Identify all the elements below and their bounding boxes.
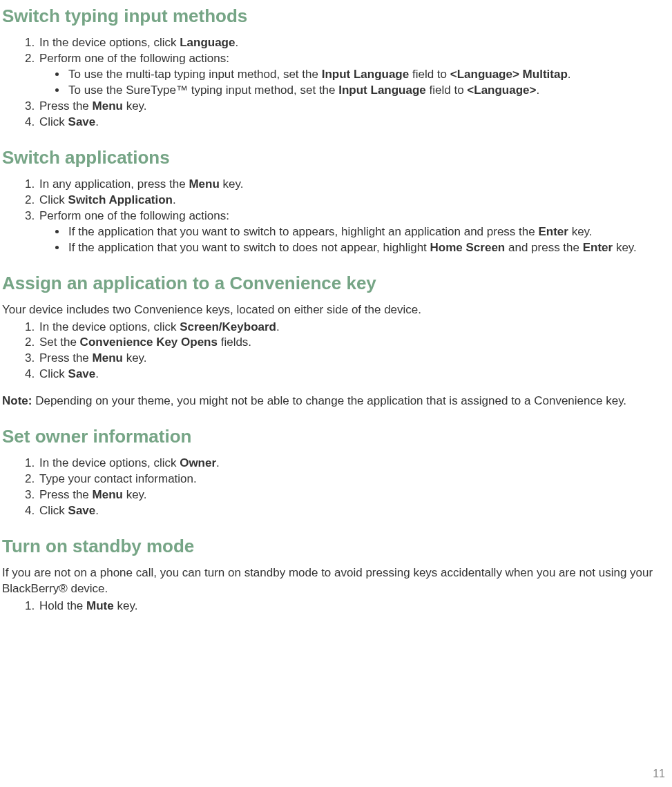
text: key. — [568, 225, 593, 238]
bold-text: Convenience Key Opens — [80, 336, 218, 349]
bold-text: Save — [68, 504, 96, 517]
bold-text: Save — [68, 367, 96, 380]
list-item: Press the Menu key. — [38, 351, 670, 367]
text: key. — [613, 241, 637, 254]
list-set-owner-information: In the device options, click Owner. Type… — [2, 456, 670, 519]
text: . — [95, 367, 99, 380]
bold-text: Switch Application — [68, 193, 173, 206]
note-text: Note: Depending on your theme, you might… — [2, 394, 670, 409]
text: In the device options, click — [39, 320, 180, 333]
text: Click — [39, 367, 68, 380]
list-switch-typing: In the device options, click Language. P… — [2, 35, 670, 130]
text: . — [235, 36, 238, 49]
bold-text: Menu — [93, 99, 123, 113]
text: key. — [123, 99, 147, 113]
text: Perform one of the following actions: — [39, 209, 229, 222]
bold-text: Enter — [538, 225, 568, 238]
text: Set the — [39, 336, 80, 349]
bold-text: Home Screen — [430, 241, 506, 254]
list-item: Hold the Mute key. — [38, 599, 670, 614]
text: If the application that you want to swit… — [68, 241, 430, 254]
bold-text: Screen/Keyboard — [180, 320, 276, 333]
text: key. — [123, 351, 147, 365]
text: Type your contact information. — [39, 472, 197, 485]
bold-text: Mute — [86, 599, 114, 612]
list-item: Perform one of the following actions: To… — [38, 51, 670, 99]
text: Perform one of the following actions: — [39, 52, 229, 65]
text: . — [276, 320, 280, 333]
bold-text: Enter — [583, 241, 613, 254]
text: . — [536, 84, 539, 97]
bold-text: Language — [180, 36, 235, 49]
text: Click — [39, 115, 68, 128]
bold-text: Owner — [180, 456, 216, 469]
text: Click — [39, 193, 68, 206]
list-assign-convenience-key: In the device options, click Screen/Keyb… — [2, 320, 670, 383]
text: Click — [39, 504, 68, 517]
list-item: Press the Menu key. — [38, 99, 670, 115]
text: field to — [409, 68, 450, 81]
text: In the device options, click — [39, 456, 180, 469]
list-item: Click Save. — [38, 115, 670, 130]
heading-switch-applications: Switch applications — [2, 146, 670, 170]
list-item: Click Save. — [38, 367, 670, 382]
text: If the application that you want to swit… — [68, 225, 538, 238]
list-switch-applications: In any application, press the Menu key. … — [2, 177, 670, 256]
text: . — [95, 504, 99, 517]
note-label: Note: — [2, 394, 32, 407]
text: fields. — [218, 336, 251, 349]
list-item: In any application, press the Menu key. — [38, 177, 670, 193]
list-item: Perform one of the following actions: If… — [38, 208, 670, 256]
list-item: Click Switch Application. — [38, 193, 670, 208]
list-item: If the application that you want to swit… — [67, 224, 670, 240]
bold-text: Input Language — [322, 68, 410, 81]
text: To use the SureType™ typing input method… — [68, 84, 338, 97]
list-item: In the device options, click Owner. — [38, 456, 670, 472]
bold-text: Menu — [189, 177, 219, 191]
heading-assign-convenience-key: Assign an application to a Convenience k… — [2, 271, 670, 295]
list-item: Set the Convenience Key Opens fields. — [38, 335, 670, 351]
list-item: To use the SureType™ typing input method… — [67, 83, 670, 99]
intro-text: If you are not on a phone call, you can … — [2, 565, 670, 597]
text: key. — [220, 177, 244, 191]
text: key. — [123, 488, 147, 501]
list-item: In the device options, click Language. — [38, 35, 670, 51]
list-item: Press the Menu key. — [38, 487, 670, 503]
list-item: Type your contact information. — [38, 472, 670, 487]
list-item: Click Save. — [38, 503, 670, 519]
text: Hold the — [39, 599, 86, 612]
heading-turn-on-standby: Turn on standby mode — [2, 534, 670, 558]
list-turn-on-standby: Hold the Mute key. — [2, 599, 670, 614]
bold-text: <Language> Multitap — [450, 68, 568, 81]
text: key. — [114, 599, 138, 612]
text: . — [173, 193, 176, 206]
text: Depending on your theme, you might not b… — [32, 394, 626, 407]
text: . — [216, 456, 220, 469]
text: field to — [426, 84, 468, 97]
text: . — [568, 68, 571, 81]
bold-text: <Language> — [467, 84, 536, 97]
text: and press the — [505, 241, 582, 254]
text: In any application, press the — [39, 177, 189, 191]
text: Press the — [39, 351, 93, 365]
text: To use the multi-tap typing input method… — [68, 68, 322, 81]
text: Press the — [39, 488, 93, 501]
heading-switch-typing: Switch typing input methods — [2, 4, 670, 28]
list-item: If the application that you want to swit… — [67, 240, 670, 256]
text: Press the — [39, 99, 93, 113]
bold-text: Input Language — [338, 84, 426, 97]
bold-text: Menu — [93, 351, 123, 365]
list-item: In the device options, click Screen/Keyb… — [38, 320, 670, 336]
bold-text: Menu — [93, 488, 123, 501]
sublist: If the application that you want to swit… — [39, 224, 670, 256]
intro-text: Your device includes two Convenience key… — [2, 302, 670, 318]
list-item: To use the multi-tap typing input method… — [67, 67, 670, 83]
bold-text: Save — [68, 115, 96, 128]
text: . — [95, 115, 99, 128]
heading-set-owner-information: Set owner information — [2, 425, 670, 449]
sublist: To use the multi-tap typing input method… — [39, 67, 670, 99]
text: In the device options, click — [39, 36, 180, 49]
